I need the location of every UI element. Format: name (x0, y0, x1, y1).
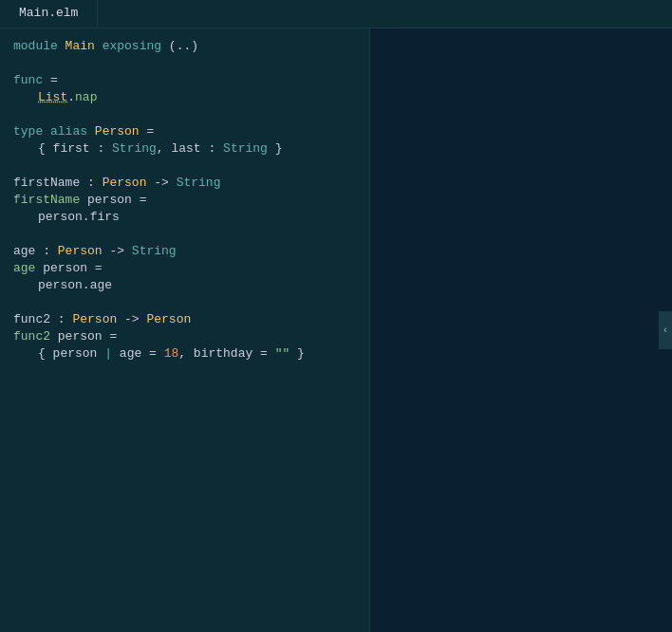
keyword-type: type (13, 123, 43, 140)
line-firstname-body: person.firs (0, 209, 369, 226)
age-person: Person (58, 243, 103, 260)
line-empty-3 (0, 158, 369, 175)
line-list-nap: List.nap (0, 89, 369, 106)
age-arrow: -> (103, 243, 132, 260)
sig-colon: : (80, 175, 102, 192)
line-firstname-def: firstName person = (0, 192, 369, 209)
keyword-exposing: exposing (95, 38, 161, 55)
colon2: : (201, 140, 223, 158)
dot2: . (83, 209, 90, 226)
age-eq: = (87, 260, 103, 277)
func2-person1: Person (72, 311, 117, 328)
line-empty-5 (0, 294, 369, 311)
colon1: : (90, 140, 112, 158)
dot: . (67, 89, 75, 106)
func2-param: person (50, 328, 103, 345)
dot3: . (83, 277, 90, 294)
brace-open: { (38, 140, 53, 158)
module-name: Main (65, 38, 95, 55)
sig-firstname-name: firstName (13, 175, 80, 192)
keyword-func: func (13, 72, 43, 89)
line-age-def: age person = (0, 260, 369, 277)
eq-type: = (140, 123, 155, 140)
type-string2: String (223, 140, 268, 158)
keyword-module: module (13, 38, 65, 55)
paren-open: (..) (161, 38, 198, 55)
birthday-val: "" (275, 345, 290, 362)
func2-person2: Person (146, 311, 191, 328)
brace-close: } (268, 140, 283, 158)
line-empty-2 (0, 106, 369, 123)
func2-colon: : (50, 311, 72, 328)
person-ref3: person (53, 345, 98, 362)
list-nap-ref: List (38, 89, 67, 106)
comma-update: , birthday = (178, 345, 274, 362)
person-ref1: person (38, 209, 83, 226)
line-func2-sig: func2 : Person -> Person (0, 311, 369, 328)
sig-age-name: age (13, 243, 35, 260)
space (97, 345, 104, 362)
main-layout: module Main exposing (..) func = List.na… (0, 28, 672, 632)
age-colon: : (35, 243, 57, 260)
func2-arrow: -> (117, 311, 146, 328)
comma: , (157, 140, 172, 158)
param-person1: person (80, 192, 132, 209)
line-type-alias: type alias Person = (0, 123, 369, 140)
age-update: age = (112, 345, 164, 362)
line-func2-def: func2 person = (0, 328, 369, 345)
tab-bar: Main.elm (0, 0, 672, 28)
code-editor: module Main exposing (..) func = List.na… (0, 28, 370, 632)
line-empty-6 (0, 362, 369, 380)
type-person: Person (95, 123, 140, 140)
def-firstname: firstName (13, 192, 80, 209)
line-func2-body: { person | age = 18, birthday = "" } (0, 345, 369, 362)
field-first: first (53, 140, 90, 158)
firs-field: firs (90, 209, 120, 226)
line-empty-4 (0, 226, 369, 243)
sig-person: Person (103, 175, 147, 192)
brace-update-open: { (38, 345, 53, 362)
type-string1: String (112, 140, 157, 158)
line-type-body: { first : String, last : String } (0, 140, 369, 158)
line-func-def: func = (0, 72, 369, 89)
field-last: last (171, 140, 200, 158)
eq2: = (132, 192, 147, 209)
num-18: 18 (164, 345, 179, 362)
person-ref2: person (38, 277, 83, 294)
def-age: age (13, 260, 35, 277)
func2-eq: = (103, 328, 118, 345)
right-panel: ‹ (370, 28, 672, 632)
line-empty-1 (0, 55, 369, 72)
line-module: module Main exposing (..) (0, 38, 369, 55)
sig-string: String (177, 175, 221, 192)
line-age-body: person.age (0, 277, 369, 294)
sig-func2-name: func2 (13, 311, 50, 328)
collapse-button[interactable]: ‹ (659, 311, 672, 349)
age-string: String (132, 243, 177, 260)
keyword-alias: alias (43, 123, 95, 140)
line-age-sig: age : Person -> String (0, 243, 369, 260)
nap-method: nap (75, 89, 97, 106)
eq-sign: = (43, 72, 58, 89)
tab-main-elm[interactable]: Main.elm (0, 0, 98, 28)
pipe-sym: | (104, 345, 112, 362)
brace-update-close: } (289, 345, 305, 362)
arrow: -> (146, 175, 176, 192)
age-param: person (35, 260, 87, 277)
age-field: age (90, 277, 112, 294)
def-func2: func2 (13, 328, 50, 345)
line-firstname-sig: firstName : Person -> String (0, 175, 369, 192)
